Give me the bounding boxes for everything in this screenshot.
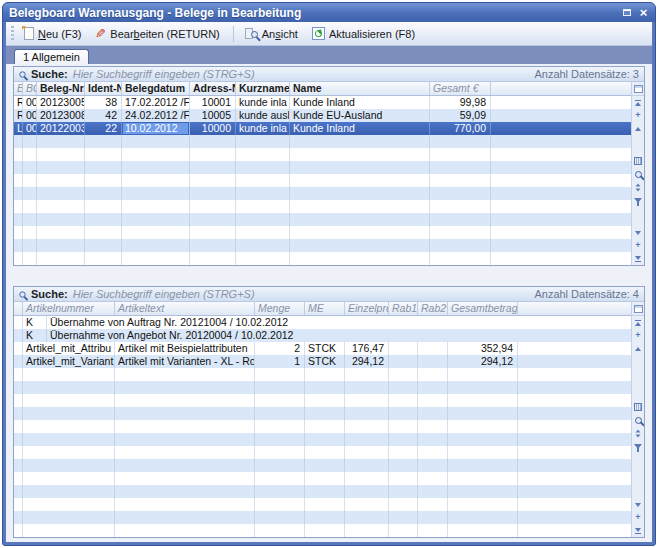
refresh-button[interactable]: Aktualisieren (F8) <box>307 24 422 43</box>
sort-icon <box>635 183 641 192</box>
table-row-selected[interactable]: L 00 20122003 22 10.02.2012 10000 kunde … <box>14 122 631 135</box>
page-up-button[interactable]: + <box>633 110 644 121</box>
table-row[interactable]: Artikel_mit_Variant Artikel mit Variante… <box>14 355 631 368</box>
goto-first-icon <box>635 322 641 326</box>
refresh-button-label: Aktualisieren (F8) <box>329 28 415 40</box>
prev-row-button[interactable] <box>633 123 644 134</box>
grid-search-button[interactable] <box>633 415 644 426</box>
column-header-name[interactable]: Name <box>290 82 430 95</box>
prev-row-button[interactable] <box>633 343 644 354</box>
cell-gesamtbetrag: 352,94 <box>448 342 518 355</box>
close-icon: × <box>640 7 648 19</box>
cell-name: Kunde EU-Ausland <box>290 109 430 122</box>
table-row[interactable]: R 00 20123005 38 17.02.2012 /Fr 10001 ku… <box>14 96 631 109</box>
page-down-button[interactable]: + <box>633 512 644 523</box>
table-row[interactable]: Artikel_mit_Attribu Artikel mit Beispiel… <box>14 342 631 355</box>
page-up-icon: + <box>635 112 640 119</box>
column-header-belegnr[interactable]: Beleg-Nr. <box>37 82 85 95</box>
cell-artikelnummer: Artikel_mit_Attribu <box>23 342 115 355</box>
new-button[interactable]: Neu (F3) <box>19 24 88 43</box>
grid-search-button[interactable] <box>633 169 644 180</box>
next-row-button[interactable] <box>633 227 644 238</box>
cell-artikeltext: Artikel mit Beispielattributen <box>115 342 255 355</box>
cell-menge: 2 <box>255 342 305 355</box>
column-header-identnr[interactable]: Ident-Nr. <box>85 82 122 95</box>
column-header-gesamt[interactable]: Gesamt € <box>430 82 491 95</box>
columns-button[interactable] <box>633 156 644 167</box>
column-header-gesamtbetrag[interactable]: Gesamtbetrag <box>448 302 518 315</box>
table-scroll-strip: + + <box>631 82 644 265</box>
column-header-einzelpreis[interactable]: Einzelpreis <box>345 302 389 315</box>
column-header-adressnr[interactable]: Adress-Nr. <box>190 82 236 95</box>
cell-menge: 1 <box>255 355 305 368</box>
columns-button[interactable] <box>633 402 644 413</box>
restore-button[interactable] <box>619 6 634 20</box>
documents-header-row: B BG Beleg-Nr. Ident-Nr. Belegdatum Adre… <box>14 82 631 96</box>
empty-row <box>14 161 631 174</box>
filter-button[interactable] <box>633 441 644 452</box>
cell-gesamt: 770,00 <box>430 122 491 135</box>
cell-b: R <box>14 109 23 122</box>
search-icon <box>635 171 642 178</box>
empty-row <box>14 226 631 239</box>
column-header-belegdatum[interactable]: Belegdatum <box>122 82 190 95</box>
goto-last-icon <box>635 528 641 532</box>
view-button-label: Ansicht <box>262 28 298 40</box>
cell-belegdatum: 17.02.2012 /Fr <box>122 96 190 109</box>
cell-belegdatum-active[interactable]: 10.02.2012 <box>122 122 190 135</box>
sort-button[interactable] <box>633 182 644 193</box>
page-up-button[interactable]: + <box>633 330 644 341</box>
page-down-button[interactable]: + <box>633 240 644 251</box>
column-header-artikeltext[interactable]: Artikeltext <box>115 302 255 315</box>
page-down-icon: + <box>635 514 640 521</box>
search-icon <box>19 71 25 77</box>
column-header-menge[interactable]: Menge <box>255 302 305 315</box>
column-header-artikelnummer[interactable]: Artikelnummer <box>23 302 115 315</box>
cell-b: R <box>14 96 23 109</box>
cell-note-tag: K <box>23 329 47 342</box>
goto-last-button[interactable] <box>633 253 644 264</box>
view-button[interactable]: Ansicht <box>240 24 305 43</box>
cell-identnr: 22 <box>85 122 122 135</box>
next-row-icon <box>635 503 641 507</box>
record-count: Anzahl Datensätze: 3 <box>534 68 639 80</box>
column-chooser-button[interactable] <box>632 302 644 316</box>
sort-button[interactable] <box>633 428 644 439</box>
column-header-bg[interactable]: BG <box>23 82 37 95</box>
column-header-b[interactable]: B <box>14 82 23 95</box>
goto-first-button[interactable] <box>633 317 644 328</box>
edit-button[interactable]: ✎ Bearbeiten (RETURN) <box>90 24 226 43</box>
cell-adressnr: 10005 <box>190 109 236 122</box>
note-row[interactable]: K Übernahme von Auftrag Nr. 20121004 / 1… <box>14 316 631 329</box>
tab-strip: 1 Allgemein <box>6 46 652 64</box>
goto-first-button[interactable] <box>633 97 644 108</box>
documents-search-input[interactable] <box>73 68 530 80</box>
column-header-me[interactable]: ME <box>305 302 345 315</box>
column-header-rab2[interactable]: Rab2% <box>418 302 448 315</box>
next-row-button[interactable] <box>633 499 644 510</box>
columns-icon <box>634 157 642 165</box>
toolbar-grip[interactable] <box>11 26 14 42</box>
positions-search-input[interactable] <box>73 288 530 300</box>
next-row-icon <box>635 231 641 235</box>
record-count: Anzahl Datensätze: 4 <box>534 288 639 300</box>
column-header-kurzname[interactable]: Kurzname <box>236 82 290 95</box>
table-row[interactable]: R 00 20123008 42 24.02.2012 /Fr 10005 ku… <box>14 109 631 122</box>
goto-last-button[interactable] <box>633 525 644 536</box>
documents-search-bar: Suche: Anzahl Datensätze: 3 <box>14 67 644 82</box>
column-chooser-button[interactable] <box>632 82 644 96</box>
close-button[interactable]: × <box>636 6 651 20</box>
cell-name: Kunde Inland <box>290 122 430 135</box>
cell-bg: 00 <box>23 122 37 135</box>
documents-rows: R 00 20123005 38 17.02.2012 /Fr 10001 ku… <box>14 96 631 265</box>
tab-allgemein[interactable]: 1 Allgemein <box>14 49 89 64</box>
empty-row <box>14 446 631 459</box>
tab-page: Suche: Anzahl Datensätze: 3 B BG Beleg-N… <box>6 64 652 542</box>
column-chooser-icon <box>634 305 643 313</box>
filter-button[interactable] <box>633 195 644 206</box>
note-row[interactable]: K Übernahme von Angebot Nr. 20120004 / 1… <box>14 329 631 342</box>
view-magnifier-icon <box>245 27 258 40</box>
column-header-rab1[interactable]: Rab1% <box>389 302 418 315</box>
positions-header-row: Artikelnummer Artikeltext Menge ME Einze… <box>14 302 631 316</box>
positions-panel: Suche: Anzahl Datensätze: 4 Artikelnumme… <box>13 286 645 538</box>
